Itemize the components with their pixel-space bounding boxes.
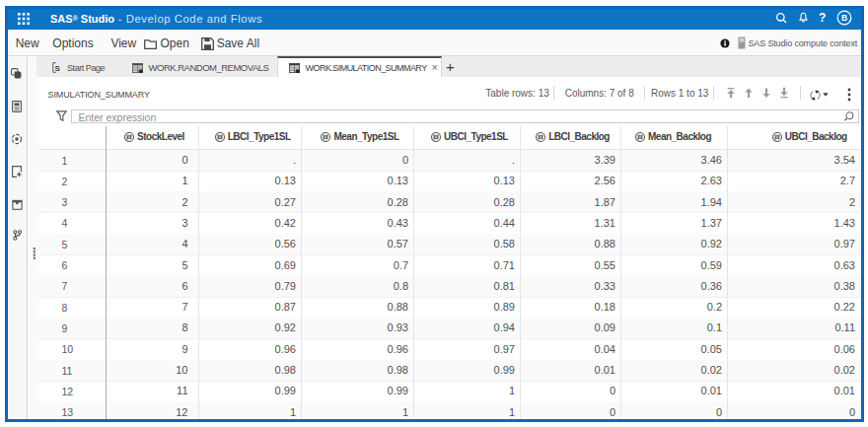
svg-text:S: S bbox=[55, 63, 61, 72]
svg-text:B: B bbox=[841, 13, 847, 23]
